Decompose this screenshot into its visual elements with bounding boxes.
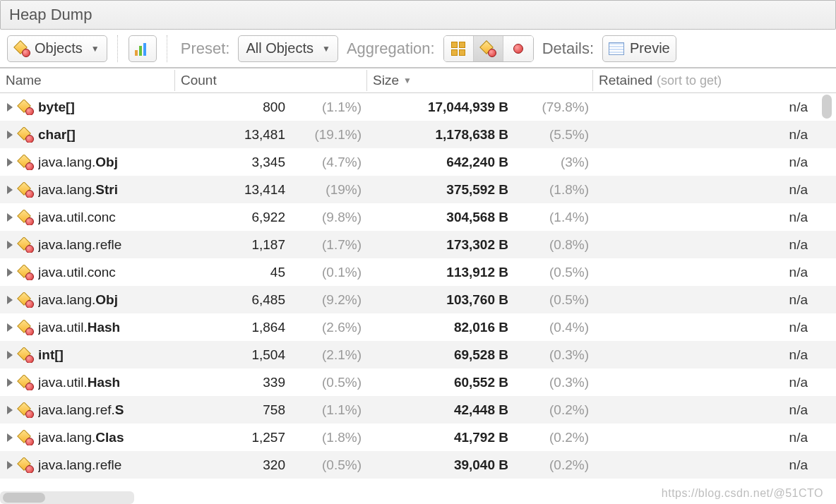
count-pct: (9.2%) (297, 292, 367, 308)
count-value: 6,485 (208, 292, 285, 308)
size-value: 42,448 B (388, 402, 508, 418)
expand-icon[interactable] (7, 268, 13, 277)
size-pct: (0.2%) (515, 457, 593, 473)
table-row[interactable]: java.lang.Obj3,345(4.7%)642,240 B(3%)n/a (0, 148, 836, 176)
table-row[interactable]: char[]13,481(19.1%)1,178,638 B(5.5%)n/a (0, 121, 836, 148)
table-body: byte[]800(1.1%)17,044,939 B(79.8%)n/acha… (0, 93, 836, 479)
expand-icon[interactable] (7, 351, 13, 359)
col-count[interactable]: Count (175, 70, 367, 91)
table-row[interactable]: java.lang.refle1,187(1.7%)173,302 B(0.8%… (0, 231, 836, 258)
col-name[interactable]: Name (0, 70, 175, 91)
history-chart-button[interactable] (129, 35, 157, 62)
count-value: 758 (208, 402, 285, 418)
count-pct: (19.1%) (297, 127, 367, 143)
col-retained[interactable]: Retained (sort to get) (593, 70, 836, 91)
size-pct: (0.4%) (515, 320, 593, 335)
size-pct: (0.3%) (515, 347, 593, 363)
separator (167, 35, 168, 62)
size-value: 103,760 B (388, 292, 508, 308)
class-name: java.util.conc (38, 265, 116, 280)
count-value: 6,922 (208, 210, 285, 225)
horizontal-scrollbar-thumb[interactable] (3, 493, 45, 503)
col-count-label: Count (181, 73, 217, 88)
class-name: java.util.Hash (38, 375, 120, 390)
expand-icon[interactable] (7, 433, 13, 442)
retained-value: n/a (593, 320, 832, 335)
expand-icon[interactable] (7, 406, 13, 414)
preset-label: Preset: (178, 40, 233, 58)
preview-label: Previe (630, 40, 670, 56)
col-size[interactable]: Size▼ (367, 70, 593, 91)
count-pct: (4.7%) (297, 155, 367, 170)
class-name: int[] (38, 347, 64, 363)
class-name: java.lang.Clas (38, 430, 124, 445)
class-name: java.lang.refle (38, 457, 121, 473)
aggregation-label: Aggregation: (344, 40, 438, 58)
count-value: 3,345 (208, 155, 285, 170)
sort-desc-icon: ▼ (403, 76, 412, 85)
expand-icon[interactable] (7, 213, 13, 222)
watermark: https://blog.csdn.net/@51CTO (662, 487, 823, 500)
table-row[interactable]: java.util.conc6,922(9.8%)304,568 B(1.4%)… (0, 203, 836, 231)
preset-select[interactable]: All Objects ▼ (238, 35, 338, 62)
count-pct: (1.8%) (297, 430, 367, 445)
count-pct: (0.5%) (297, 375, 367, 390)
table-row[interactable]: byte[]800(1.1%)17,044,939 B(79.8%)n/a (0, 93, 836, 121)
class-icon (18, 128, 32, 142)
size-value: 642,240 B (388, 155, 508, 170)
retained-value: n/a (593, 292, 832, 308)
size-value: 1,178,638 B (388, 127, 508, 143)
expand-icon[interactable] (7, 103, 13, 112)
table-row[interactable]: java.lang.ref.S758(1.1%)42,448 B(0.2%)n/… (0, 396, 836, 424)
table-row[interactable]: java.util.conc45(0.1%)113,912 B(0.5%)n/a (0, 258, 836, 286)
aggregation-class-button[interactable] (474, 36, 503, 61)
class-icon (481, 42, 495, 56)
bar-chart-icon (135, 42, 150, 56)
class-icon (18, 183, 32, 197)
expand-icon[interactable] (7, 241, 13, 249)
retained-value: n/a (593, 237, 832, 253)
expand-icon[interactable] (7, 461, 13, 469)
retained-value: n/a (593, 265, 832, 280)
expand-icon[interactable] (7, 186, 13, 194)
count-pct: (2.1%) (297, 347, 367, 363)
size-pct: (3%) (515, 155, 593, 170)
count-value: 13,414 (208, 182, 285, 198)
size-pct: (79.8%) (515, 100, 593, 115)
expand-icon[interactable] (7, 158, 13, 167)
size-value: 82,016 B (388, 320, 508, 335)
aggregation-instance-button[interactable] (503, 36, 533, 61)
table-row[interactable]: java.lang.refle320(0.5%)39,040 B(0.2%)n/… (0, 451, 836, 479)
retained-value: n/a (593, 127, 832, 143)
table-row[interactable]: java.lang.Obj6,485(9.2%)103,760 B(0.5%)n… (0, 286, 836, 313)
class-name: java.util.conc (38, 210, 116, 225)
vertical-scrollbar-thumb[interactable] (822, 95, 832, 119)
table-row[interactable]: java.lang.Clas1,257(1.8%)41,792 B(0.2%)n… (0, 424, 836, 451)
expand-icon[interactable] (7, 378, 13, 387)
count-pct: (1.1%) (297, 100, 367, 115)
count-pct: (9.8%) (297, 210, 367, 225)
size-value: 41,792 B (388, 430, 508, 445)
count-value: 45 (208, 265, 285, 280)
table-row[interactable]: java.util.Hash1,864(2.6%)82,016 B(0.4%)n… (0, 313, 836, 341)
size-value: 17,044,939 B (388, 100, 508, 115)
size-value: 69,528 B (388, 347, 508, 363)
table-row[interactable]: int[]1,504(2.1%)69,528 B(0.3%)n/a (0, 341, 836, 368)
col-retained-label: Retained (599, 73, 652, 88)
objects-button[interactable]: Objects ▼ (7, 35, 107, 62)
table-row[interactable]: java.util.Hash339(0.5%)60,552 B(0.3%)n/a (0, 368, 836, 396)
count-pct: (0.1%) (297, 265, 367, 280)
chevron-down-icon: ▼ (91, 44, 100, 54)
preview-button[interactable]: Previe (602, 35, 676, 62)
table-row[interactable]: java.lang.Stri13,414(19%)375,592 B(1.8%)… (0, 176, 836, 203)
class-name: byte[] (38, 100, 75, 115)
expand-icon[interactable] (7, 131, 13, 139)
expand-icon[interactable] (7, 296, 13, 304)
expand-icon[interactable] (7, 323, 13, 332)
class-icon (18, 348, 32, 362)
col-name-label: Name (6, 73, 42, 88)
class-icon (18, 403, 32, 417)
size-value: 375,592 B (388, 182, 508, 198)
aggregation-grid-button[interactable] (444, 36, 474, 61)
count-value: 1,257 (208, 430, 285, 445)
